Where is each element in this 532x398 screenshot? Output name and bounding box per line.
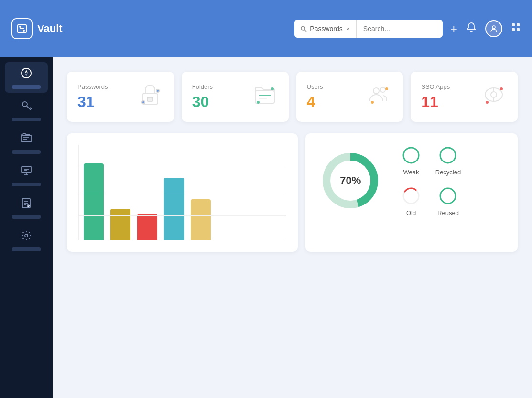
svg-rect-8 <box>512 28 515 31</box>
sidebar-item-label <box>12 247 41 251</box>
svg-point-33 <box>142 101 145 104</box>
svg-point-40 <box>380 87 385 92</box>
search-input[interactable] <box>357 25 443 32</box>
sidebar-item-label <box>12 215 41 219</box>
legend-grid: Weak Recycled <box>398 145 461 216</box>
folder-icon <box>20 132 33 147</box>
sidebar-item-label <box>12 118 41 121</box>
svg-marker-11 <box>25 70 28 73</box>
search-icon <box>300 25 307 32</box>
sidebar-item-sso[interactable] <box>5 160 48 190</box>
sidebar-item-label <box>12 183 41 186</box>
bar-chart-card <box>67 133 298 252</box>
svg-point-5 <box>492 26 495 29</box>
avatar[interactable] <box>485 20 502 37</box>
app-logo[interactable]: Vault <box>11 18 63 39</box>
svg-point-41 <box>371 101 374 104</box>
svg-point-2 <box>23 30 24 31</box>
svg-point-55 <box>440 188 456 204</box>
sidebar-item-settings[interactable] <box>5 225 48 255</box>
svg-point-13 <box>22 102 27 107</box>
stat-label-passwords: Passwords <box>77 83 108 90</box>
svg-rect-9 <box>517 28 520 31</box>
main-layout: Passwords 31 Folders 30 <box>0 57 532 398</box>
legend-label-weak: Weak <box>403 169 419 176</box>
sidebar-item-passwords[interactable] <box>5 95 48 125</box>
grid-line <box>79 215 286 216</box>
stat-value-folders: 30 <box>192 93 213 111</box>
stat-label-users: Users <box>307 83 323 90</box>
key-icon <box>20 99 33 115</box>
svg-line-4 <box>304 30 306 32</box>
svg-point-48 <box>486 101 489 104</box>
svg-point-37 <box>271 87 274 90</box>
bar-3 <box>137 214 157 240</box>
topbar-actions: + <box>450 20 521 37</box>
stat-card-users: Users 4 <box>296 72 403 122</box>
svg-marker-12 <box>25 73 28 76</box>
bar-group-2 <box>110 209 130 240</box>
legend-label-old: Old <box>406 209 416 216</box>
reports-icon <box>20 197 33 212</box>
app-title: Vault <box>37 22 63 35</box>
add-button[interactable]: + <box>450 22 457 36</box>
old-arc-icon <box>401 185 422 206</box>
notifications-button[interactable] <box>466 22 477 35</box>
user-icon <box>489 24 498 33</box>
stat-value-sso: 11 <box>421 93 450 111</box>
lock-icon <box>137 81 163 112</box>
sso-stat-icon <box>480 81 507 112</box>
content-area: Passwords 31 Folders 30 <box>53 57 532 398</box>
stats-row: Passwords 31 Folders 30 <box>67 72 518 122</box>
filter-label: Passwords <box>310 25 342 32</box>
svg-point-39 <box>373 88 379 94</box>
sidebar-item-folders[interactable] <box>5 127 48 158</box>
svg-line-16 <box>30 108 32 109</box>
bar-2 <box>110 209 130 240</box>
stat-card-passwords: Passwords 31 <box>67 72 174 122</box>
bar-group-4 <box>164 178 184 240</box>
sso-icon <box>20 164 33 180</box>
legend-item-recycled: Recycled <box>435 145 461 176</box>
sidebar-item-dashboard[interactable] <box>5 62 48 93</box>
legend-item-old: Old <box>398 185 423 216</box>
logo-icon <box>11 18 33 39</box>
svg-rect-7 <box>517 23 520 26</box>
legend-item-reused: Reused <box>435 185 461 216</box>
gear-icon <box>20 229 33 245</box>
donut-area: 70% Weak Recyc <box>317 145 506 216</box>
bar-5 <box>191 199 211 240</box>
grid-menu-button[interactable] <box>511 22 521 35</box>
grid-line <box>79 192 286 192</box>
compass-icon <box>20 67 33 82</box>
stat-card-folders: Folders 30 <box>182 72 289 122</box>
reused-circle-icon <box>437 185 458 206</box>
svg-point-44 <box>491 92 497 97</box>
donut-svg: 70% <box>317 147 384 214</box>
svg-line-15 <box>29 108 31 108</box>
bar-group-5 <box>191 199 211 240</box>
svg-point-1 <box>20 26 21 27</box>
chevron-down-icon <box>346 26 350 31</box>
sidebar-item-label <box>12 85 41 89</box>
sidebar-item-reports[interactable] <box>5 192 48 223</box>
search-filter-dropdown[interactable]: Passwords <box>294 20 356 38</box>
svg-point-51 <box>403 148 419 163</box>
topbar: Vault Passwords + <box>0 0 532 57</box>
legend-label-reused: Reused <box>437 209 459 216</box>
charts-row: 70% Weak Recyc <box>67 133 518 252</box>
svg-rect-19 <box>22 166 31 173</box>
search-area: Passwords <box>294 20 442 38</box>
bar-group-3 <box>137 214 157 240</box>
donut-chart-card: 70% Weak Recyc <box>305 133 518 252</box>
grid-line <box>79 168 286 168</box>
svg-point-32 <box>156 89 159 92</box>
bar-chart-area <box>78 145 286 240</box>
svg-point-42 <box>385 87 388 90</box>
svg-point-47 <box>500 87 503 90</box>
svg-point-3 <box>301 26 305 30</box>
svg-rect-31 <box>147 97 153 101</box>
stat-label-sso: SSO Apps <box>421 83 450 90</box>
stat-value-passwords: 31 <box>77 93 108 111</box>
folder-stat-icon <box>251 81 278 112</box>
